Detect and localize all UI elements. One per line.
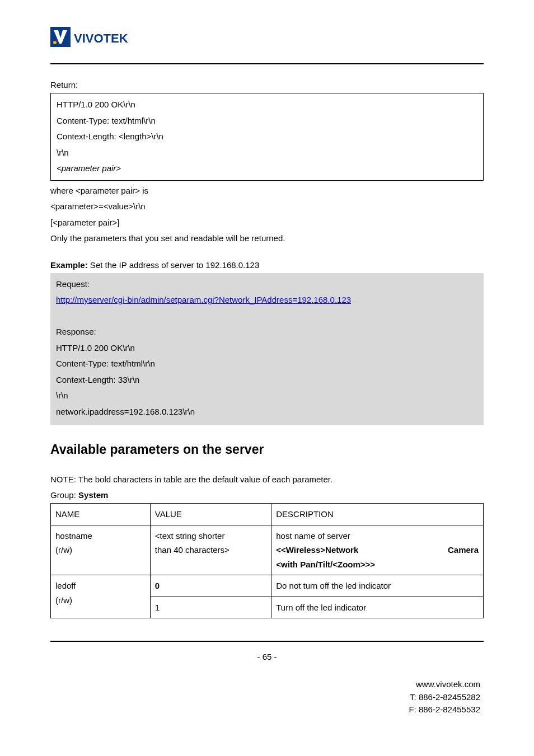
request-url-link[interactable]: http://myserver/cgi-bin/admin/setparam.c… (56, 295, 351, 304)
bold-text: Camera (448, 543, 479, 557)
request-label: Request: (56, 276, 478, 293)
text-line: (r/w) (55, 543, 146, 557)
example-label-text: Set the IP address of server to 192.168.… (88, 260, 260, 270)
response-label: Response: (56, 324, 478, 340)
page-number: - 65 - (50, 652, 484, 661)
logo: VIVOTEK (50, 27, 484, 53)
text-line: where <parameter pair> is (50, 183, 484, 199)
example-box: Request: http://myserver/cgi-bin/admin/s… (50, 273, 484, 426)
group-prefix: Group: (50, 490, 78, 500)
cell-desc: host name of server <<Wireless>Network C… (271, 525, 484, 575)
example-label: Example: Set the IP address of server to… (50, 260, 484, 270)
cell-value: 1 (150, 597, 271, 618)
bold-text: 0 (155, 581, 160, 590)
code-line: HTTP/1.0 200 OK\r\n (57, 97, 477, 113)
code-line: Content-Type: text/html\r\n (56, 356, 478, 372)
table-row: hostname (r/w) <text string shorter than… (51, 525, 484, 575)
text-line: (r/w) (55, 593, 146, 608)
group-label: Group: System (50, 490, 484, 500)
text-line: host name of server (276, 529, 479, 543)
text-line: than 40 characters> (155, 543, 266, 557)
example-label-bold: Example: (50, 260, 88, 270)
footer: www.vivotek.com T: 886-2-82455282 F: 886… (50, 678, 484, 716)
code-line: Content-Type: text/html\r\n (57, 113, 477, 129)
cell-value: 0 (150, 575, 271, 597)
return-label: Return: (50, 80, 484, 90)
cell-desc: Turn off the led indicator (271, 597, 484, 618)
code-line: \r\n (57, 145, 477, 161)
table-row: ledoff (r/w) 0 Do not turn off the led i… (51, 575, 484, 597)
divider-top (50, 63, 484, 64)
text-line: hostname (55, 529, 146, 543)
divider-bottom (50, 641, 484, 642)
text-line: [<parameter pair>] (50, 215, 484, 231)
cell-value: <text string shorter than 40 characters> (150, 525, 271, 575)
th-desc: DESCRIPTION (271, 504, 484, 525)
text-line: Only the parameters that you set and rea… (50, 231, 484, 247)
th-name: NAME (51, 504, 151, 525)
footer-url: www.vivotek.com (50, 678, 480, 691)
table-header-row: NAME VALUE DESCRIPTION (51, 504, 484, 525)
return-code-box: HTTP/1.0 200 OK\r\n Content-Type: text/h… (50, 93, 484, 181)
parameters-table: NAME VALUE DESCRIPTION hostname (r/w) <t… (50, 503, 484, 618)
cell-desc: Do not turn off the led indicator (271, 575, 484, 597)
svg-point-1 (53, 41, 57, 44)
svg-text:VIVOTEK: VIVOTEK (74, 31, 128, 45)
svg-rect-0 (50, 27, 71, 47)
cell-name: ledoff (r/w) (51, 575, 151, 618)
code-line: Context-Length: <length>\r\n (57, 129, 477, 145)
code-line: \r\n (56, 388, 478, 404)
code-line: HTTP/1.0 200 OK\r\n (56, 340, 478, 356)
return-explanation: where <parameter pair> is <parameter>=<v… (50, 183, 484, 247)
group-name: System (78, 490, 108, 500)
text-line: <parameter>=<value>\r\n (50, 199, 484, 215)
code-line: network.ipaddress=192.168.0.123\r\n (56, 404, 478, 420)
note-text: NOTE: The bold characters in table are t… (50, 472, 484, 487)
text-line: ledoff (55, 579, 146, 593)
cell-name: hostname (r/w) (51, 525, 151, 575)
bold-text: <with Pan/Tilt/<Zoom>>> (276, 560, 375, 569)
code-line: Context-Length: 33\r\n (56, 372, 478, 388)
footer-phone: T: 886-2-82455282 (50, 691, 480, 704)
code-line: <parameter pair> (57, 161, 477, 177)
section-heading: Available parameters on the server (50, 442, 484, 457)
bold-text: <<Wireless>Network (276, 543, 358, 557)
th-value: VALUE (150, 504, 271, 525)
text-line: <text string shorter (155, 529, 266, 543)
footer-fax: F: 886-2-82455532 (50, 703, 480, 716)
